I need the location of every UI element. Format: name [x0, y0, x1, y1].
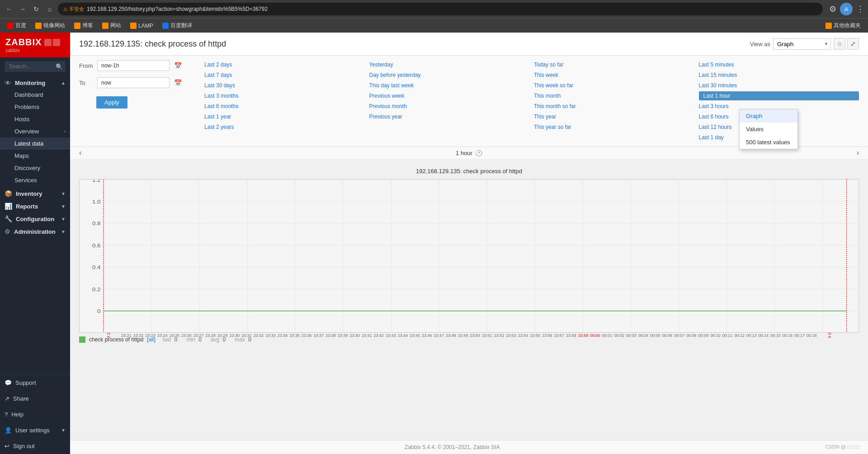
fullscreen-icon-btn[interactable]: ⤢ — [847, 38, 859, 50]
link-last-30-min[interactable]: Last 30 minutes — [699, 81, 859, 90]
back-button[interactable]: ← — [4, 4, 14, 14]
link-last-3-months[interactable]: Last 3 months — [204, 91, 365, 100]
logo-sub: zabbix — [5, 47, 60, 53]
link-last-7-days[interactable]: Last 7 days — [204, 71, 365, 80]
sidebar-item-problems[interactable]: Problems — [0, 101, 70, 113]
logo-text: ZABBIX — [5, 37, 42, 47]
reload-button[interactable]: ↻ — [31, 4, 42, 14]
address-bar[interactable]: ⚠ 不安全 192.168.129.250/history.php?action… — [58, 3, 823, 15]
signout-icon: ↩ — [5, 443, 9, 449]
bookmark-lamp[interactable]: LAMP — [127, 21, 157, 30]
forward-button[interactable]: → — [17, 4, 28, 14]
expand-icon[interactable] — [53, 39, 60, 46]
search-wrap: 🔍 — [5, 61, 66, 72]
link-today-so-far[interactable]: Today so far — [534, 60, 694, 69]
quick-links-col3: Today so far This week This week so far … — [534, 60, 694, 142]
link-previous-month[interactable]: Previous month — [369, 102, 530, 111]
search-input[interactable] — [7, 61, 56, 72]
favorite-icon-btn[interactable]: ☆ — [834, 38, 845, 50]
header-icons: ☆ ⤢ — [834, 38, 859, 50]
security-icon: ⚠ 不安全 — [63, 6, 84, 13]
link-last-15-min[interactable]: Last 15 minutes — [699, 71, 859, 80]
to-calendar-icon[interactable]: 📅 — [174, 79, 182, 86]
reports-arrow: ▼ — [61, 204, 66, 209]
configuration-header[interactable]: 🔧 Configuration ▼ — [0, 212, 70, 224]
svg-text:0.6: 0.6 — [92, 243, 101, 249]
sidebar-item-maps[interactable]: Maps — [0, 150, 70, 162]
monitoring-header[interactable]: 👁 Monitoring ▲ — [0, 76, 70, 89]
app-layout: ZABBIX zabbix 🔍 👁 Monitoring — [0, 33, 868, 454]
link-last-30-days[interactable]: Last 30 days — [204, 81, 365, 90]
user-settings-icon: 👤 — [5, 427, 12, 434]
extensions-icon[interactable]: ⚙ — [829, 4, 836, 14]
sidebar-item-help[interactable]: ? Help — [0, 407, 70, 422]
to-input[interactable] — [97, 77, 170, 88]
bookmark-other[interactable]: 其他收藏夹 — [822, 20, 864, 31]
share-label: Share — [13, 395, 29, 402]
from-input[interactable] — [97, 60, 170, 71]
inventory-header[interactable]: 📦 Inventory ▼ — [0, 186, 70, 199]
dropdown-item-graph[interactable]: Graph — [740, 109, 797, 123]
reports-header[interactable]: 📊 Reports ▼ — [0, 199, 70, 212]
view-as-label: View as — [750, 41, 770, 47]
home-button[interactable]: ⌂ — [44, 4, 55, 14]
prev-period-button[interactable]: ‹ — [79, 149, 81, 157]
link-this-year[interactable]: This year — [534, 112, 694, 121]
view-as-select[interactable]: Graph Values 500 latest values — [773, 38, 831, 50]
link-last-2-years[interactable]: Last 2 years — [204, 123, 365, 132]
dropdown-item-values[interactable]: Values — [740, 123, 797, 136]
sidebar-item-hosts[interactable]: Hosts — [0, 113, 70, 125]
link-last-5-min[interactable]: Last 5 minutes — [699, 60, 859, 69]
link-this-month-so-far[interactable]: This month so far — [534, 102, 694, 111]
search-icon: 🔍 — [56, 63, 63, 70]
link-previous-week[interactable]: Previous week — [369, 91, 530, 100]
bookmark-translate[interactable]: 百度翻译 — [159, 20, 196, 31]
bookmark-website[interactable]: 网站 — [99, 20, 125, 31]
help-icon: ? — [5, 411, 8, 418]
sidebar-item-dashboard[interactable]: Dashboard — [0, 89, 70, 101]
next-period-button[interactable]: › — [857, 149, 859, 157]
profile-icon[interactable]: A — [840, 3, 853, 15]
link-last-6-months[interactable]: Last 6 months — [204, 102, 365, 111]
apply-button[interactable]: Apply — [96, 96, 127, 109]
link-this-week[interactable]: This week — [534, 71, 694, 80]
dropdown-item-500latest[interactable]: 500 latest values — [740, 136, 797, 149]
sidebar-item-overview[interactable]: Overview › — [0, 125, 70, 137]
from-calendar-icon[interactable]: 📅 — [174, 62, 182, 69]
view-as-section: View as Graph Values 500 latest values ☆… — [750, 38, 859, 50]
administration-icon: ⚙ — [5, 228, 10, 235]
link-last-1-hour[interactable]: Last 1 hour — [699, 91, 859, 100]
link-yesterday[interactable]: Yesterday — [369, 60, 530, 69]
bookmark-mirror[interactable]: 镜像网站 — [32, 20, 69, 31]
collapse-icon[interactable] — [44, 39, 52, 46]
footer-right-text: CSDN @ □ □ □ — [826, 444, 859, 449]
svg-text:1.2: 1.2 — [92, 180, 101, 183]
configuration-label: Configuration — [16, 216, 54, 222]
administration-header[interactable]: ⚙ Administration ▼ — [0, 224, 70, 237]
to-label: To — [79, 80, 93, 86]
link-day-before-yesterday[interactable]: Day before yesterday — [369, 71, 530, 80]
sidebar-item-user-settings[interactable]: 👤 User settings ▼ — [0, 422, 70, 438]
link-last-2-days[interactable]: Last 2 days — [204, 60, 365, 69]
bookmark-baidu[interactable]: 百度 — [4, 20, 30, 31]
sidebar-item-latest-data[interactable]: Latest data — [0, 137, 70, 150]
link-this-week-so-far[interactable]: This week so far — [534, 81, 694, 90]
link-this-day-last-week[interactable]: This day last week — [369, 81, 530, 90]
chart-svg: 1.2 1.0 0.8 0.6 0.4 0.2 0 — [80, 180, 859, 332]
more-icon[interactable]: ⋮ — [856, 4, 864, 14]
chart-area: 192.168.129.135: check process of httpd — [70, 159, 868, 440]
sidebar-item-services[interactable]: Services — [0, 174, 70, 186]
chart-title: 192.168.129.135: check process of httpd — [79, 168, 859, 175]
browser-chrome: ← → ↻ ⌂ ⚠ 不安全 192.168.129.250/history.ph… — [0, 0, 868, 33]
sidebar-item-signout[interactable]: ↩ Sign out — [0, 438, 70, 454]
bookmark-blog[interactable]: 博客 — [71, 20, 97, 31]
sidebar-item-discovery[interactable]: Discovery — [0, 162, 70, 174]
link-previous-year[interactable]: Previous year — [369, 112, 530, 121]
link-this-year-so-far[interactable]: This year so far — [534, 123, 694, 132]
main-content-wrap: 192.168.129.135: check process of httpd … — [70, 33, 868, 454]
quick-links-col2: Yesterday Day before yesterday This day … — [369, 60, 530, 142]
link-last-1-year[interactable]: Last 1 year — [204, 112, 365, 121]
sidebar-item-support[interactable]: 💬 Support — [0, 375, 70, 391]
link-this-month[interactable]: This month — [534, 91, 694, 100]
sidebar-item-share[interactable]: ↗ Share — [0, 391, 70, 407]
